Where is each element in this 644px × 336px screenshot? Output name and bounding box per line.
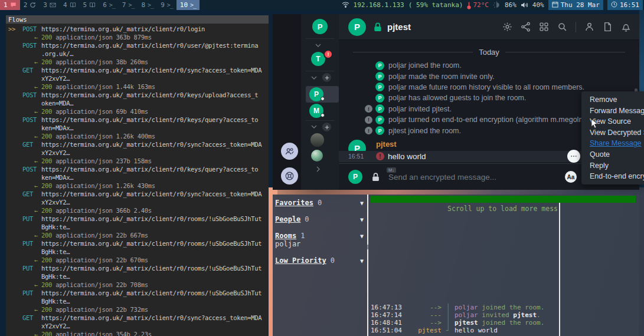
add-room-button[interactable] bbox=[322, 123, 331, 131]
members-person-icon[interactable] bbox=[584, 22, 594, 32]
buffer-section-favorites[interactable]: Favorites0▼ bbox=[275, 199, 366, 207]
notifications-bell-icon[interactable] bbox=[621, 22, 631, 32]
flow-row[interactable]: PUThttps://termina.org.uk/_matrix/client… bbox=[8, 239, 269, 248]
flow-row[interactable]: ← 200 application/json 366b 2.40s bbox=[8, 206, 269, 215]
flow-row[interactable]: GEThttps://termina.org.uk/_matrix/client… bbox=[8, 190, 269, 198]
add-room-button[interactable] bbox=[322, 73, 331, 82]
flow-row[interactable]: GEThttps://termina.org.uk/_matrix/client… bbox=[8, 140, 269, 149]
menu-item-share-message[interactable]: Share Message bbox=[581, 138, 644, 149]
workspace-2[interactable]: 2 bbox=[20, 0, 40, 10]
user-avatar[interactable]: P bbox=[312, 19, 328, 34]
collapse-triangle-icon[interactable]: ▼ bbox=[360, 216, 364, 224]
flow-status-code: ← 200 bbox=[34, 232, 55, 239]
workspace-9[interactable]: 9>_ bbox=[157, 0, 176, 10]
room-avatar-tower[interactable] bbox=[310, 133, 324, 147]
chevron-down-icon[interactable] bbox=[315, 44, 321, 47]
workspace-number: 8 bbox=[141, 1, 145, 9]
workspace-6[interactable]: 6>_ bbox=[99, 0, 119, 10]
flow-row[interactable]: PUThttps://termina.org.uk/_matrix/client… bbox=[8, 264, 269, 272]
explore-button[interactable] bbox=[281, 167, 298, 185]
flow-row[interactable]: POSThttps://termina.org.uk/_matrix/clien… bbox=[8, 116, 269, 124]
collapse-triangle-icon[interactable]: ▼ bbox=[360, 257, 364, 265]
flow-row[interactable]: ken=MDAx… bbox=[8, 124, 269, 132]
chevron-down-icon[interactable] bbox=[311, 76, 317, 80]
flows-list: >>POSThttps://termina.org.uk/_matrix/cli… bbox=[6, 24, 269, 336]
workspace-8[interactable]: 8>_ bbox=[138, 0, 157, 10]
room-avatar-globe[interactable] bbox=[311, 150, 323, 162]
chevron-down-icon[interactable] bbox=[311, 125, 317, 129]
flow-row[interactable]: xY2xvY2… bbox=[8, 149, 269, 157]
files-document-icon[interactable] bbox=[603, 22, 613, 32]
workspace-4[interactable]: 4 bbox=[60, 0, 80, 10]
members-button[interactable] bbox=[281, 143, 298, 160]
flow-status-code: ← 200 bbox=[34, 157, 55, 164]
message-options-button[interactable] bbox=[567, 150, 580, 163]
buffer-item-poljar[interactable]: poljar bbox=[275, 240, 366, 248]
flow-row[interactable]: ← 200 application/json 38b 260ms bbox=[8, 58, 269, 66]
buffer-section-people[interactable]: People0▼ bbox=[275, 215, 366, 223]
event-avatar: P bbox=[375, 104, 384, 113]
format-button[interactable]: Aa bbox=[565, 171, 577, 183]
book-icon bbox=[89, 2, 96, 8]
flow-row[interactable]: >>POSThttps://termina.org.uk/_matrix/cli… bbox=[8, 25, 269, 33]
flow-row[interactable]: xY2xvY2… bbox=[8, 198, 269, 206]
flow-row[interactable]: BgHk:te… bbox=[8, 248, 269, 256]
collapse-triangle-icon[interactable]: ▼ bbox=[360, 232, 364, 241]
flow-row[interactable]: PUThttps://termina.org.uk/_matrix/client… bbox=[8, 215, 269, 223]
flow-response-info: application/json 237b 158ms bbox=[55, 157, 152, 164]
workspace-5[interactable]: 5 bbox=[80, 0, 100, 10]
flow-row[interactable]: ← 200 application/json 22b 732ms bbox=[8, 305, 269, 314]
flow-row[interactable]: ← 200 application/json 69b 410ms bbox=[8, 107, 269, 116]
flow-url: https://termina.org.uk/_matrix/client/r0… bbox=[41, 265, 261, 272]
section-count: 0 bbox=[305, 215, 309, 223]
flow-row[interactable]: BgHk:te… bbox=[8, 223, 269, 231]
workspace-7[interactable]: 7>_ bbox=[119, 0, 138, 10]
flow-row[interactable]: BgHk:te… bbox=[8, 297, 269, 305]
flow-row[interactable]: POSThttps://termina.org.uk/_matrix/clien… bbox=[8, 41, 269, 50]
settings-gear-icon[interactable] bbox=[502, 22, 512, 32]
flow-row[interactable]: BgHk:te… bbox=[8, 272, 269, 281]
buffer-section-rooms[interactable]: Rooms1▼poljar bbox=[275, 232, 366, 248]
flow-row[interactable]: ← 200 application/json 1.44k 163ms bbox=[8, 83, 269, 91]
flow-row[interactable]: ← 200 application/json 1.26k 400ms bbox=[8, 132, 269, 140]
flow-row[interactable]: ken=MDAx… bbox=[8, 173, 269, 182]
buffer-section-low-priority[interactable]: Low Priority0▼ bbox=[275, 256, 366, 265]
flow-row[interactable]: GEThttps://termina.org.uk/_matrix/client… bbox=[8, 314, 269, 322]
flow-row[interactable]: ← 200 application/json 1.26k 430ms bbox=[8, 182, 269, 190]
flow-row[interactable]: xY2xvY2… bbox=[8, 322, 269, 330]
flow-row[interactable]: ← 200 application/json 237b 158ms bbox=[8, 157, 269, 165]
flow-response: ← 200 application/json 366b 2.40s bbox=[34, 207, 152, 214]
flow-row[interactable]: PUThttps://termina.org.uk/_matrix/client… bbox=[8, 289, 269, 297]
flow-row[interactable]: ← 200 application/json 22b 667ms bbox=[8, 231, 269, 239]
workspace-1[interactable]: 1 bbox=[0, 0, 20, 10]
chevron-right-icon[interactable] bbox=[316, 166, 320, 172]
menu-item-reply[interactable]: Reply bbox=[581, 160, 644, 172]
flow-row[interactable]: xY2xvY2… bbox=[8, 74, 269, 83]
collapse-triangle-icon[interactable]: ▼ bbox=[360, 199, 364, 207]
flow-status-code: ← 200 bbox=[34, 133, 55, 140]
flow-row[interactable]: oken=MDA… bbox=[8, 99, 269, 107]
workspace-3[interactable]: 3 bbox=[40, 0, 60, 10]
section-count: 0 bbox=[331, 256, 335, 265]
search-icon[interactable] bbox=[557, 22, 567, 32]
flow-row[interactable]: ← 200 application/json 22b 708ms bbox=[8, 281, 269, 289]
flow-row[interactable]: ← 200 application/json 22b 670ms bbox=[8, 256, 269, 264]
flow-row[interactable]: .org.uk/… bbox=[8, 50, 269, 58]
workspace-10[interactable]: 10>_ bbox=[176, 0, 200, 10]
message-input[interactable]: Send an encrypted message... bbox=[388, 173, 496, 182]
flow-url-continued: xY2xvY2… bbox=[41, 199, 70, 206]
flow-response-info: application/json 22b 667ms bbox=[55, 232, 148, 239]
flow-row[interactable]: ← 200 application/json 363b 879ms bbox=[8, 33, 269, 41]
menu-item-remove[interactable]: Remove bbox=[581, 94, 644, 106]
menu-item-forward-message[interactable]: Forward Message bbox=[581, 106, 644, 117]
menu-item-end-to-end-encry[interactable]: End-to-end encry bbox=[581, 171, 644, 182]
menu-item-quote[interactable]: Quote bbox=[581, 149, 644, 160]
markdown-badge: M↓ bbox=[387, 167, 396, 173]
flow-row[interactable]: ← 200 application/json 354b 2.23s bbox=[8, 330, 269, 336]
flow-row[interactable]: GEThttps://termina.org.uk/_matrix/client… bbox=[8, 66, 269, 74]
share-icon[interactable] bbox=[521, 22, 531, 32]
apps-grid-icon[interactable] bbox=[539, 22, 549, 32]
chat-segment: joined the room. bbox=[478, 304, 545, 311]
flow-row[interactable]: POSThttps://termina.org.uk/_matrix/clien… bbox=[8, 91, 269, 99]
flow-row[interactable]: POSThttps://termina.org.uk/_matrix/clien… bbox=[8, 165, 269, 173]
